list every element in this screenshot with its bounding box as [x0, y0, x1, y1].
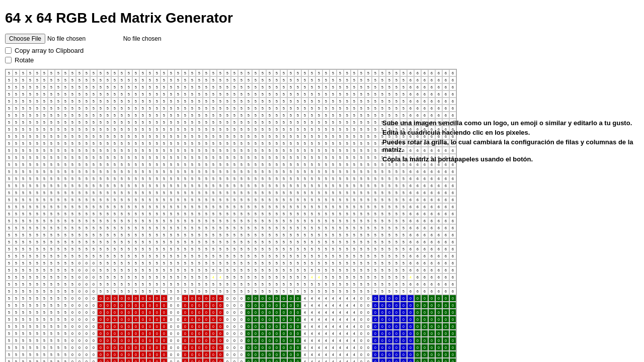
- pixel-cell[interactable]: 5: [337, 76, 344, 83]
- pixel-cell[interactable]: 5: [132, 105, 139, 112]
- pixel-cell[interactable]: 0: [146, 330, 153, 337]
- pixel-cell[interactable]: 5: [55, 112, 62, 119]
- pixel-cell[interactable]: 0: [160, 295, 168, 302]
- pixel-cell[interactable]: 6: [407, 69, 414, 76]
- pixel-cell[interactable]: 0: [118, 316, 125, 323]
- pixel-cell[interactable]: 5: [196, 126, 203, 133]
- pixel-cell[interactable]: 5: [323, 203, 330, 210]
- pixel-cell[interactable]: 6: [428, 245, 435, 252]
- pixel-cell[interactable]: 4: [308, 344, 315, 351]
- pixel-cell[interactable]: 6: [407, 238, 414, 245]
- pixel-cell[interactable]: 5: [146, 168, 153, 175]
- pixel-cell[interactable]: 5: [217, 154, 224, 161]
- pixel-cell[interactable]: 5: [196, 83, 203, 90]
- pixel-cell[interactable]: 0: [182, 351, 189, 358]
- pixel-cell[interactable]: 5: [69, 266, 76, 274]
- pixel-cell[interactable]: 5: [41, 168, 48, 175]
- pixel-cell[interactable]: 5: [132, 112, 139, 119]
- pixel-cell[interactable]: 5: [252, 281, 259, 288]
- pixel-cell[interactable]: 5: [337, 112, 344, 119]
- pixel-cell[interactable]: 5: [252, 83, 259, 90]
- pixel-cell[interactable]: 5: [90, 126, 97, 133]
- pixel-cell[interactable]: 5: [351, 203, 358, 210]
- pixel-cell[interactable]: 6: [407, 288, 414, 295]
- pixel-cell[interactable]: 5: [20, 112, 27, 119]
- pixel-cell[interactable]: 5: [301, 168, 308, 175]
- pixel-cell[interactable]: 5: [83, 189, 90, 196]
- pixel-cell[interactable]: 5: [245, 168, 252, 175]
- pixel-cell[interactable]: 0: [379, 351, 386, 358]
- pixel-cell[interactable]: 5: [55, 175, 62, 182]
- pixel-cell[interactable]: 6: [442, 76, 449, 83]
- pixel-cell[interactable]: 0: [132, 344, 139, 351]
- pixel-cell[interactable]: 5: [245, 76, 252, 83]
- pixel-cell[interactable]: 5: [294, 69, 301, 76]
- pixel-cell[interactable]: 5: [175, 105, 182, 112]
- pixel-cell[interactable]: 5: [182, 112, 189, 119]
- pixel-cell[interactable]: 0: [287, 323, 294, 330]
- pixel-cell[interactable]: 5: [27, 203, 34, 210]
- pixel-cell[interactable]: 5: [20, 274, 27, 281]
- pixel-cell[interactable]: 5: [153, 203, 160, 210]
- pixel-cell[interactable]: 5: [337, 203, 344, 210]
- pixel-cell[interactable]: 0: [132, 295, 139, 302]
- pixel-cell[interactable]: 5: [62, 259, 69, 266]
- pixel-cell[interactable]: 5: [351, 90, 358, 98]
- pixel-cell[interactable]: 0: [83, 295, 90, 302]
- pixel-cell[interactable]: 5: [351, 154, 358, 161]
- pixel-cell[interactable]: 5: [217, 217, 224, 224]
- pixel-cell[interactable]: 5: [139, 154, 146, 161]
- pixel-cell[interactable]: 5: [231, 203, 238, 210]
- pixel-cell[interactable]: 5: [372, 274, 379, 281]
- pixel-cell[interactable]: 5: [400, 98, 407, 105]
- pixel-cell[interactable]: 0: [238, 351, 245, 358]
- pixel-cell[interactable]: 0: [104, 337, 111, 344]
- pixel-cell[interactable]: 0: [210, 351, 217, 358]
- pixel-cell[interactable]: 5: [139, 182, 146, 189]
- pixel-cell[interactable]: 5: [27, 302, 34, 309]
- pixel-cell[interactable]: 5: [365, 210, 372, 217]
- pixel-cell[interactable]: 5: [90, 175, 97, 182]
- pixel-cell[interactable]: 5: [245, 245, 252, 252]
- pixel-cell[interactable]: 5: [351, 83, 358, 90]
- pixel-cell[interactable]: 0: [196, 337, 203, 344]
- pixel-cell[interactable]: 5: [217, 210, 224, 217]
- pixel-cell[interactable]: 5: [365, 105, 372, 112]
- pixel-cell[interactable]: 6: [414, 203, 421, 210]
- pixel-cell[interactable]: 5: [365, 189, 372, 196]
- pixel-cell[interactable]: 5: [160, 140, 168, 147]
- pixel-cell[interactable]: 5: [132, 281, 139, 288]
- pixel-cell[interactable]: 5: [20, 76, 27, 83]
- pixel-cell[interactable]: 5: [69, 224, 76, 231]
- pixel-cell[interactable]: 5: [139, 147, 146, 154]
- pixel-cell[interactable]: 5: [266, 90, 273, 98]
- pixel-cell[interactable]: 5: [217, 147, 224, 154]
- pixel-cell[interactable]: 5: [175, 245, 182, 252]
- pixel-cell[interactable]: 5: [153, 266, 160, 274]
- pixel-cell[interactable]: 5: [62, 203, 69, 210]
- pixel-cell[interactable]: 0: [414, 302, 421, 309]
- pixel-cell[interactable]: 0: [83, 323, 90, 330]
- pixel-cell[interactable]: 5: [337, 98, 344, 105]
- pixel-cell[interactable]: 0: [153, 295, 160, 302]
- pixel-cell[interactable]: 5: [189, 182, 196, 189]
- pixel-cell[interactable]: 5: [55, 76, 62, 83]
- pixel-cell[interactable]: 5: [372, 189, 379, 196]
- pixel-cell[interactable]: 5: [238, 245, 245, 252]
- pixel-cell[interactable]: 0: [76, 295, 83, 302]
- pixel-cell[interactable]: 5: [13, 330, 20, 337]
- pixel-cell[interactable]: 5: [273, 112, 280, 119]
- pixel-cell[interactable]: 5: [132, 168, 139, 175]
- pixel-cell[interactable]: 5: [168, 133, 175, 140]
- pixel-cell[interactable]: 5: [20, 351, 27, 358]
- pixel-cell[interactable]: 5: [132, 98, 139, 105]
- pixel-cell[interactable]: 5: [224, 105, 231, 112]
- pixel-cell[interactable]: 5: [372, 288, 379, 295]
- pixel-cell[interactable]: 0: [118, 358, 125, 362]
- pixel-cell[interactable]: 5: [27, 288, 34, 295]
- pixel-cell[interactable]: 5: [139, 119, 146, 126]
- pixel-cell[interactable]: 0: [414, 295, 421, 302]
- pixel-cell[interactable]: 5: [118, 147, 125, 154]
- pixel-cell[interactable]: 5: [301, 83, 308, 90]
- pixel-cell[interactable]: 5: [294, 189, 301, 196]
